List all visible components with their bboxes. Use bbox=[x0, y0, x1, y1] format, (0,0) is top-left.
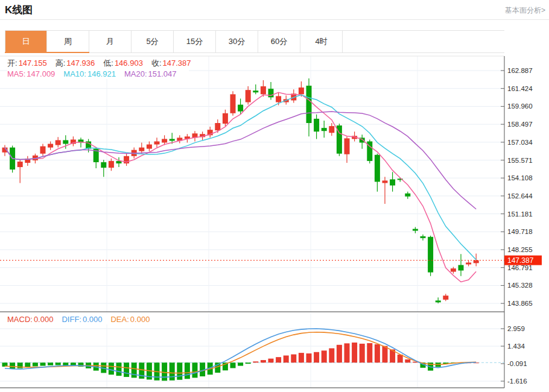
legend-label: 开: bbox=[7, 58, 17, 68]
ma-row-item: MA5:147.009 bbox=[7, 69, 55, 78]
legend-label: MACD: bbox=[7, 315, 33, 324]
price-axis-label: 157.034 bbox=[507, 139, 533, 146]
legend-label: MA5: bbox=[7, 69, 25, 78]
price-axis-label: 145.328 bbox=[507, 282, 533, 289]
ohlc-row-item: 开:147.155 bbox=[7, 58, 47, 68]
ohlc-row-item: 高:147.936 bbox=[56, 58, 95, 68]
legend-value: 147.936 bbox=[66, 58, 95, 68]
price-axis-label: 149.718 bbox=[507, 228, 533, 235]
tab-日[interactable]: 日 bbox=[5, 31, 47, 52]
price-axis-label: 152.644 bbox=[507, 192, 533, 200]
price-axis-label: 161.424 bbox=[507, 85, 533, 92]
legend-label: MA20: bbox=[124, 69, 147, 78]
macd-axis-label: 2.959 bbox=[507, 325, 525, 332]
legend-value: 147.387 bbox=[163, 58, 191, 68]
macd-row-item: DIFF:0.000 bbox=[62, 315, 102, 324]
period-tab-bar: 日周月5分15分30分60分4时 bbox=[5, 30, 504, 53]
legend-value: 0.000 bbox=[83, 315, 103, 324]
legend-value: 146.921 bbox=[87, 69, 116, 78]
macd-row-item: MACD:0.000 bbox=[7, 315, 53, 324]
price-axis-label: 155.571 bbox=[507, 157, 533, 164]
legend-label: MA10: bbox=[63, 69, 86, 78]
price-axis-label: 154.108 bbox=[507, 174, 533, 182]
page-title: K线图 bbox=[5, 3, 33, 17]
tab-60分[interactable]: 60分 bbox=[258, 31, 300, 52]
header-divider bbox=[0, 19, 549, 20]
price-axis-label: 159.960 bbox=[507, 103, 533, 110]
legend-value: 146.903 bbox=[115, 58, 143, 68]
fundamental-analysis-link[interactable]: 基本面分析> bbox=[505, 5, 545, 16]
tab-月[interactable]: 月 bbox=[89, 31, 132, 52]
macd-row-item: DEA:0.000 bbox=[110, 315, 150, 324]
price-axis-label: 146.791 bbox=[507, 264, 533, 271]
legend-value: 147.009 bbox=[27, 69, 55, 78]
macd-axis-label: 1.434 bbox=[507, 343, 525, 350]
tab-15分[interactable]: 15分 bbox=[174, 31, 216, 52]
legend-label: DEA: bbox=[110, 315, 129, 324]
tab-accent-underline bbox=[5, 52, 89, 53]
ohlc-legend: 开:147.155高:147.936低:146.903收:147.387 bbox=[7, 57, 203, 69]
price-axis-label: 151.181 bbox=[507, 210, 533, 218]
macd-axis-label: -1.616 bbox=[507, 378, 527, 385]
legend-value: 0.000 bbox=[34, 315, 54, 324]
legend-value: 0.000 bbox=[130, 315, 150, 324]
price-chart-plot[interactable] bbox=[0, 56, 504, 312]
ohlc-row-item: 低:146.903 bbox=[103, 58, 143, 68]
legend-value: 151.047 bbox=[148, 69, 177, 78]
tab-周[interactable]: 周 bbox=[47, 31, 89, 52]
legend-label: 低: bbox=[103, 58, 113, 68]
macd-axis-label: -0.091 bbox=[507, 360, 527, 367]
tab-4时[interactable]: 4时 bbox=[300, 31, 343, 52]
legend-label: DIFF: bbox=[62, 315, 81, 324]
macd-legend: MACD:0.000DIFF:0.000DEA:0.000 bbox=[7, 314, 162, 324]
price-axis-label: 158.497 bbox=[507, 121, 533, 128]
price-axis-label: 148.255 bbox=[507, 246, 533, 253]
tab-5分[interactable]: 5分 bbox=[132, 31, 174, 52]
legend-label: 高: bbox=[56, 58, 66, 68]
ma-row-item: MA10:146.921 bbox=[63, 69, 116, 78]
tab-30分[interactable]: 30分 bbox=[216, 31, 258, 52]
ohlc-row-item: 收:147.387 bbox=[151, 58, 191, 68]
current-price-label: 147.387 bbox=[507, 256, 534, 265]
kline-widget: 147.387162.887161.424159.960158.497157.0… bbox=[0, 0, 549, 392]
price-axis-label: 143.865 bbox=[507, 300, 533, 307]
price-axis-label: 162.887 bbox=[507, 67, 533, 74]
ma-legend: MA5:147.009MA10:146.921MA20:151.047 bbox=[7, 69, 189, 79]
ma-row-item: MA20:151.047 bbox=[124, 69, 177, 78]
legend-label: 收: bbox=[151, 58, 162, 68]
legend-value: 147.155 bbox=[19, 58, 47, 68]
